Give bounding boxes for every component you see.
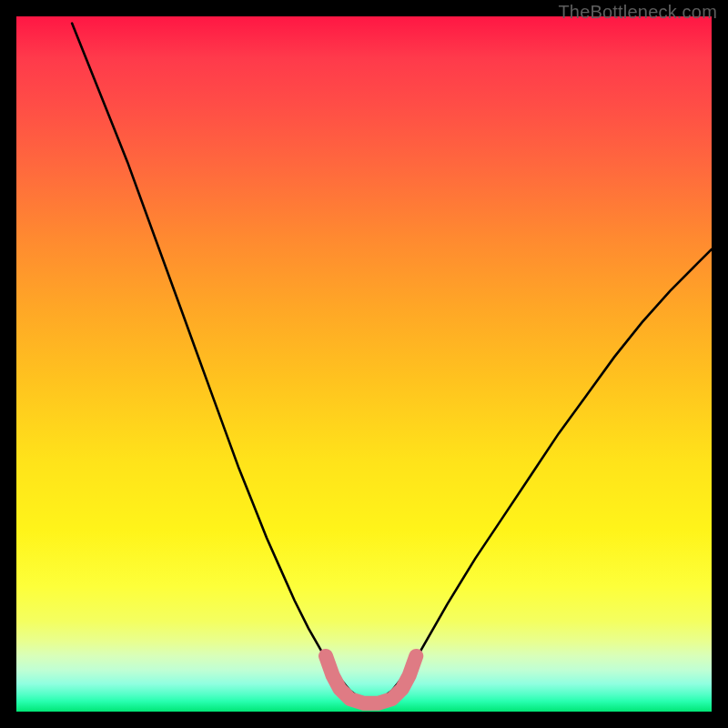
chart-stage: TheBottleneck.com — [0, 0, 728, 728]
plot-area — [16, 16, 712, 712]
bottleneck-curve — [72, 24, 712, 702]
curve-layer — [16, 16, 712, 712]
watermark-label: TheBottleneck.com — [558, 2, 717, 23]
sweet-spot-highlight — [326, 656, 416, 703]
